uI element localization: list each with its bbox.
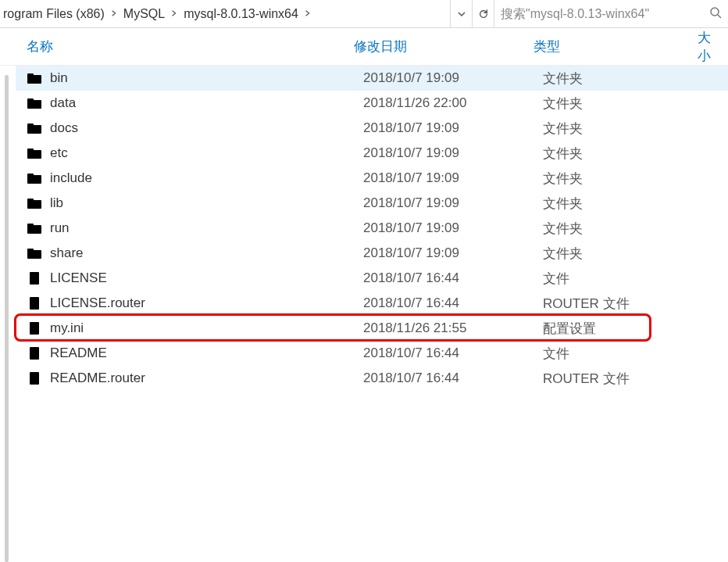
breadcrumb-item[interactable]: rogram Files (x86) xyxy=(2,7,106,21)
file-date: 2018/10/7 19:09 xyxy=(363,120,543,136)
file-date: 2018/10/7 16:44 xyxy=(363,270,543,286)
file-type: 文件 xyxy=(543,270,707,288)
search-box[interactable] xyxy=(494,0,728,27)
chevron-right-icon[interactable] xyxy=(300,9,316,20)
search-icon[interactable] xyxy=(709,6,722,22)
address-dropdown-button[interactable] xyxy=(450,0,472,27)
breadcrumb-label: rogram Files (x86) xyxy=(3,7,105,21)
file-icon xyxy=(27,345,42,361)
file-name: data xyxy=(50,95,76,111)
file-name: lib xyxy=(50,195,63,211)
chevron-right-icon[interactable] xyxy=(106,9,122,20)
file-name-cell: my.ini xyxy=(16,320,363,336)
file-row[interactable]: data2018/11/26 22:00文件夹 xyxy=(16,91,728,116)
file-date: 2018/10/7 19:09 xyxy=(363,245,543,261)
file-icon xyxy=(27,295,42,311)
file-row[interactable]: etc2018/10/7 19:09文件夹 xyxy=(16,141,728,166)
file-name-cell: LICENSE.router xyxy=(16,295,363,311)
file-type: ROUTER 文件 xyxy=(543,295,707,313)
folder-icon xyxy=(27,95,42,111)
file-type: 文件夹 xyxy=(543,245,707,263)
file-date: 2018/10/7 19:09 xyxy=(363,195,543,211)
file-date: 2018/10/7 19:09 xyxy=(363,170,543,186)
file-row[interactable]: README2018/10/7 16:44文件 xyxy=(16,341,728,366)
svg-line-1 xyxy=(718,15,721,18)
breadcrumb[interactable]: rogram Files (x86) MySQL mysql-8.0.13-wi… xyxy=(0,0,450,27)
file-date: 2018/10/7 16:44 xyxy=(363,295,543,311)
file-type: 文件夹 xyxy=(543,145,707,163)
breadcrumb-item[interactable]: MySQL xyxy=(122,7,166,21)
folder-icon xyxy=(27,145,42,161)
file-row[interactable]: run2018/10/7 19:09文件夹 xyxy=(16,216,728,241)
file-name: README xyxy=(50,345,107,361)
file-name-cell: LICENSE xyxy=(16,270,363,286)
file-list: bin2018/10/7 19:09文件夹data2018/11/26 22:0… xyxy=(16,66,728,562)
file-name: bin xyxy=(50,70,68,86)
file-icon xyxy=(27,370,42,386)
file-type: 文件夹 xyxy=(543,195,707,213)
file-type: 文件夹 xyxy=(543,70,707,88)
file-name-cell: bin xyxy=(16,70,363,86)
file-row[interactable]: README.router2018/10/7 16:44ROUTER 文件 xyxy=(16,366,728,391)
left-scrollbar[interactable] xyxy=(0,66,16,562)
file-row[interactable]: include2018/10/7 19:09文件夹 xyxy=(16,166,728,191)
breadcrumb-label: mysql-8.0.13-winx64 xyxy=(184,7,298,21)
folder-icon xyxy=(27,245,42,261)
file-name-cell: share xyxy=(16,245,363,261)
file-name: docs xyxy=(50,120,78,136)
file-name: README.router xyxy=(50,370,145,386)
file-name: LICENSE xyxy=(50,270,107,286)
file-name: my.ini xyxy=(50,320,84,336)
file-name-cell: include xyxy=(16,170,363,186)
content-area: bin2018/10/7 19:09文件夹data2018/11/26 22:0… xyxy=(0,66,728,562)
folder-icon xyxy=(27,70,42,86)
file-name-cell: etc xyxy=(16,145,363,161)
column-headers: 名称 修改日期 类型 大小 xyxy=(0,28,728,66)
file-type: 文件 xyxy=(543,345,707,363)
file-date: 2018/11/26 21:55 xyxy=(363,320,543,336)
file-row[interactable]: docs2018/10/7 19:09文件夹 xyxy=(16,116,728,141)
column-header-type[interactable]: 类型 xyxy=(527,38,691,55)
file-date: 2018/10/7 19:09 xyxy=(363,145,543,161)
file-icon xyxy=(27,270,42,286)
breadcrumb-item[interactable]: mysql-8.0.13-winx64 xyxy=(182,7,300,21)
file-name: LICENSE.router xyxy=(50,295,145,311)
refresh-button[interactable] xyxy=(472,0,494,27)
file-type: 配置设置 xyxy=(543,320,707,338)
folder-icon xyxy=(27,220,42,236)
column-header-size[interactable]: 大小 xyxy=(691,29,728,65)
file-type: 文件夹 xyxy=(543,170,707,188)
file-date: 2018/10/7 19:09 xyxy=(363,220,543,236)
file-date: 2018/10/7 16:44 xyxy=(363,370,543,386)
column-header-date[interactable]: 修改日期 xyxy=(348,38,527,55)
folder-icon xyxy=(27,170,42,186)
settings-file-icon xyxy=(27,320,42,336)
file-row[interactable]: my.ini2018/11/26 21:55配置设置 xyxy=(16,316,728,341)
folder-icon xyxy=(27,120,42,136)
file-name-cell: lib xyxy=(16,195,363,211)
file-name-cell: README xyxy=(16,345,363,361)
breadcrumb-label: MySQL xyxy=(123,7,165,21)
column-header-name[interactable]: 名称 xyxy=(0,38,348,55)
file-row[interactable]: lib2018/10/7 19:09文件夹 xyxy=(16,191,728,216)
search-input[interactable] xyxy=(501,7,696,21)
file-name: include xyxy=(50,170,92,186)
folder-icon xyxy=(27,195,42,211)
file-date: 2018/10/7 19:09 xyxy=(363,70,543,86)
svg-point-0 xyxy=(711,8,719,16)
file-name: etc xyxy=(50,145,68,161)
chevron-right-icon[interactable] xyxy=(166,9,182,20)
file-row[interactable]: share2018/10/7 19:09文件夹 xyxy=(16,241,728,266)
file-row[interactable]: LICENSE.router2018/10/7 16:44ROUTER 文件 xyxy=(16,291,728,316)
file-name-cell: docs xyxy=(16,120,363,136)
file-row[interactable]: LICENSE2018/10/7 16:44文件 xyxy=(16,266,728,291)
file-type: 文件夹 xyxy=(543,120,707,138)
file-name-cell: run xyxy=(16,220,363,236)
file-name: run xyxy=(50,220,70,236)
file-date: 2018/10/7 16:44 xyxy=(363,345,543,361)
file-type: 文件夹 xyxy=(543,220,707,238)
file-name: share xyxy=(50,245,84,261)
file-row[interactable]: bin2018/10/7 19:09文件夹 xyxy=(16,66,728,91)
file-name-cell: data xyxy=(16,95,363,111)
file-type: ROUTER 文件 xyxy=(543,370,707,388)
